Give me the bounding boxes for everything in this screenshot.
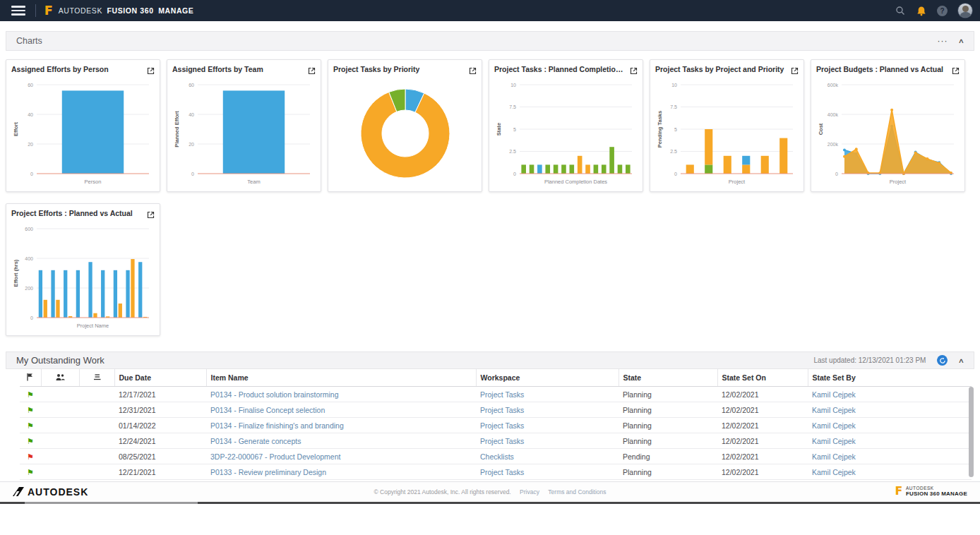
escalation-cell [79, 433, 114, 449]
state-set-by-column-header[interactable]: State Set By [808, 369, 972, 387]
flag-column-header[interactable] [20, 369, 41, 387]
table-row[interactable]: ⚑12/17/2021P0134 - Product solution brai… [20, 387, 972, 402]
svg-text:0: 0 [674, 172, 677, 176]
state-set-on-column-header[interactable]: State Set On [717, 369, 808, 387]
charts-collapse-icon[interactable]: ∧ [958, 37, 964, 44]
charts-panel-header: Charts ··· ∧ [6, 31, 974, 51]
svg-text:Project Name: Project Name [77, 323, 109, 329]
table-row[interactable]: ⚑08/25/20213DP-22-000067 - Product Devel… [20, 449, 972, 464]
svg-text:40: 40 [28, 112, 33, 117]
workspace-cell: Project Tasks [476, 464, 619, 480]
state-column-header[interactable]: State [619, 369, 717, 387]
state-set-by-link[interactable]: Kamil Cejpek [812, 468, 856, 476]
workspace-link[interactable]: Project Tasks [480, 468, 524, 476]
last-updated-label: Last updated: 12/13/2021 01:23 PM [813, 356, 926, 364]
charts-menu-icon[interactable]: ··· [937, 36, 948, 46]
due-date-column-header[interactable]: Due Date [114, 369, 206, 387]
assignees-cell [41, 449, 79, 464]
menu-icon[interactable] [11, 6, 25, 16]
workspace-link[interactable]: Project Tasks [480, 406, 524, 414]
notifications-bell-icon[interactable] [916, 5, 927, 16]
svg-text:10: 10 [510, 83, 516, 88]
svg-text:10: 10 [671, 83, 677, 88]
svg-text:State: State [496, 123, 502, 136]
item-name-column-header[interactable]: Item Name [206, 369, 476, 387]
stacked-bar-chart: 02.557.510Pending TasksProject [655, 79, 799, 189]
state-set-on-cell: 12/02/2021 [717, 387, 808, 402]
search-icon[interactable] [895, 5, 906, 16]
chart-card-budgets: Project Budgets : Planned vs Actual 0200… [811, 59, 965, 192]
due-date-cell: 12/24/2021 [114, 433, 206, 449]
item-link[interactable]: P0134 - Product solution brainstorming [210, 390, 339, 399]
workspace-column-header[interactable]: Workspace [476, 369, 619, 387]
chart-card-project-priority: Project Tasks by Project and Priority 02… [650, 59, 804, 192]
user-avatar[interactable] [957, 3, 973, 18]
item-link[interactable]: P0134 - Finalise Concept selection [210, 406, 325, 414]
svg-text:200: 200 [25, 286, 33, 291]
expand-icon[interactable] [147, 209, 155, 222]
workspace-link[interactable]: Checklists [480, 452, 514, 461]
svg-text:0: 0 [30, 172, 33, 176]
chart-title: Assigned Efforts by Team [172, 65, 302, 73]
privacy-link[interactable]: Privacy [520, 488, 539, 495]
table-row[interactable]: ⚑12/31/2021P0134 - Finalise Concept sele… [20, 402, 972, 418]
escalation-cell [79, 418, 114, 433]
state-set-by-cell: Kamil Cejpek [808, 387, 972, 402]
state-set-by-link[interactable]: Kamil Cejpek [812, 406, 856, 414]
outstanding-collapse-icon[interactable]: ∧ [958, 357, 964, 364]
expand-icon[interactable] [791, 65, 799, 78]
svg-text:Project: Project [890, 179, 907, 185]
terms-link[interactable]: Terms and Conditions [548, 488, 606, 495]
table-row[interactable]: ⚑12/24/2021P0134 - Generate conceptsProj… [20, 433, 972, 449]
state-set-by-link[interactable]: Kamil Cejpek [812, 390, 856, 399]
chart-title: Project Efforts : Planned vs Actual [11, 209, 141, 217]
expand-icon[interactable] [147, 65, 155, 78]
help-icon[interactable]: ? [937, 6, 948, 16]
state-set-by-link[interactable]: Kamil Cejpek [812, 437, 856, 445]
bottom-strip [0, 502, 980, 504]
chart-card-project-efforts: Project Efforts : Planned vs Actual 0200… [6, 203, 160, 336]
svg-text:2.5: 2.5 [670, 149, 677, 154]
item-link[interactable]: P0133 - Review preliminary Design [210, 468, 326, 476]
svg-text:7.5: 7.5 [670, 104, 677, 109]
escalation-column-header[interactable] [79, 369, 114, 387]
expand-icon[interactable] [469, 65, 477, 78]
chart-title: Project Tasks : Planned Completion D... [494, 65, 624, 73]
app-title: AUTODESK FUSION 360 MANAGE [59, 6, 194, 15]
workspace-link[interactable]: Project Tasks [480, 390, 524, 399]
item-link[interactable]: P0134 - Finalize finishing's and brandin… [210, 421, 344, 430]
table-scrollbar[interactable] [969, 387, 974, 477]
refresh-icon[interactable] [937, 355, 948, 366]
flag-icon: ⚑ [20, 464, 41, 480]
chart-card-planned-completion: Project Tasks : Planned Completion D... … [489, 59, 643, 192]
copyright-text: © Copyright 2021 Autodesk, Inc. All righ… [374, 488, 510, 495]
green-flag-icon: ⚑ [27, 406, 34, 414]
outstanding-work-header: My Outstanding Work Last updated: 12/13/… [6, 351, 974, 369]
workspace-link[interactable]: Project Tasks [480, 421, 524, 430]
expand-icon[interactable] [952, 65, 960, 78]
app-window: F AUTODESK FUSION 360 MANAGE ? Charts ··… [0, 0, 980, 535]
item-name-cell: P0134 - Product solution brainstorming [206, 387, 476, 402]
flag-icon: ⚑ [20, 418, 41, 433]
expand-icon[interactable] [630, 65, 638, 78]
brand-suffix: MANAGE [158, 6, 193, 15]
item-link[interactable]: 3DP-22-000067 - Product Development [210, 452, 340, 461]
svg-text:Planned Effort: Planned Effort [174, 111, 180, 148]
svg-text:200k: 200k [827, 142, 839, 147]
autodesk-wordmark: AUTODESK [28, 486, 88, 498]
expand-icon[interactable] [308, 65, 316, 78]
green-flag-icon: ⚑ [27, 390, 34, 399]
item-link[interactable]: P0134 - Generate concepts [210, 437, 301, 445]
state-set-by-link[interactable]: Kamil Cejpek [812, 452, 856, 461]
svg-text:0: 0 [513, 172, 516, 176]
workspace-link[interactable]: Project Tasks [480, 437, 524, 445]
state-set-by-link[interactable]: Kamil Cejpek [812, 421, 856, 430]
svg-text:Effort (hrs): Effort (hrs) [13, 259, 19, 287]
table-row[interactable]: ⚑01/14/2022P0134 - Finalize finishing's … [20, 418, 972, 433]
state-cell: Pending [619, 449, 717, 464]
state-set-on-cell: 12/02/2021 [717, 433, 808, 449]
table-row[interactable]: ⚑12/21/2021P0133 - Review preliminary De… [20, 464, 972, 480]
flag-icon: ⚑ [20, 433, 41, 449]
state-cell: Planning [619, 387, 717, 402]
assignees-column-header[interactable] [41, 369, 79, 387]
